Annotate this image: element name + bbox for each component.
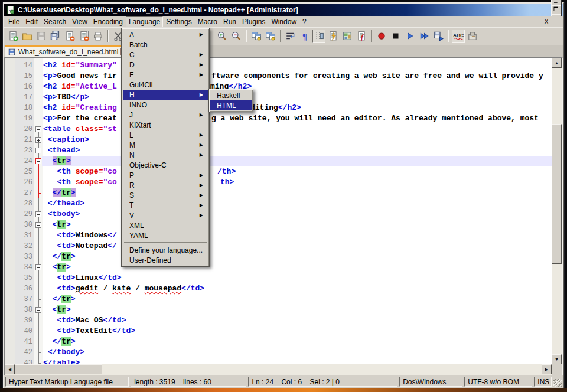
language-menu-item-kixtart[interactable]: KIXtart [123, 120, 208, 130]
close-document-button[interactable]: X [540, 16, 563, 27]
language-menu-item-inno[interactable]: INNO [123, 100, 208, 110]
language-menu-item-h[interactable]: H▶ [123, 90, 208, 100]
macro-save-icon[interactable] [432, 30, 445, 43]
language-menu-item-r[interactable]: R▶ [123, 180, 208, 190]
fold-marker[interactable] [34, 220, 43, 230]
code-line-27[interactable]: 27 </tr> [5, 188, 562, 198]
zoom-in-icon[interactable] [216, 30, 229, 43]
doc-switcher-icon[interactable] [327, 30, 340, 43]
menubar-item-settings[interactable]: Settings [163, 16, 194, 27]
minimize-button[interactable] [551, 0, 561, 5]
fold-marker[interactable] [34, 347, 43, 358]
fold-marker[interactable] [34, 326, 43, 337]
fold-marker[interactable] [34, 156, 43, 166]
code-editor[interactable]: 14<h2 id="Summary"15<p>Good news firftwa… [4, 57, 563, 375]
close-all-icon[interactable] [77, 30, 90, 43]
open-file-icon[interactable] [21, 30, 34, 43]
menubar-item-file[interactable]: File [5, 16, 22, 27]
macro-run-multiple-icon[interactable] [418, 30, 431, 43]
resize-grip[interactable] [553, 379, 562, 387]
menubar-item-run[interactable]: Run [220, 16, 239, 27]
language-menu-item-l[interactable]: L▶ [123, 130, 208, 140]
code-line-14[interactable]: 14<h2 id="Summary" [5, 60, 562, 71]
scroll-left-icon[interactable]: ◀ [5, 364, 15, 374]
status-insert-mode[interactable]: INS [534, 377, 552, 387]
language-submenu-item-html[interactable]: HTML [210, 100, 252, 110]
close-file-icon[interactable] [63, 30, 76, 43]
new-file-icon[interactable] [6, 30, 19, 43]
fold-marker[interactable] [34, 262, 43, 273]
menubar-item-encoding[interactable]: Encoding [90, 16, 126, 27]
language-menu-item-yaml[interactable]: YAML [123, 230, 208, 240]
code-line-30[interactable]: 30 <tr> [5, 220, 562, 230]
print-icon[interactable] [92, 30, 105, 43]
code-line-35[interactable]: 35 <td>Linux</td> [5, 273, 562, 283]
horizontal-scroll-thumb[interactable] [15, 364, 102, 374]
zoom-out-icon[interactable] [230, 30, 243, 43]
menubar-item-language[interactable]: Language [126, 16, 163, 27]
code-line-17[interactable]: 17<p>TBD</p> [5, 92, 562, 103]
spell-check-icon[interactable]: ABC [452, 30, 465, 43]
language-menu-item-xml[interactable]: XML [123, 220, 208, 230]
macro-play-icon[interactable] [403, 30, 416, 43]
menubar-item-edit[interactable]: Edit [22, 16, 41, 27]
language-menu-item-t[interactable]: T▶ [123, 200, 208, 210]
fold-marker[interactable] [34, 294, 43, 305]
language-menu-item-m[interactable]: M▶ [123, 140, 208, 150]
sync-vertical-icon[interactable] [250, 30, 263, 43]
code-line-36[interactable]: 36 <td>gedit / kate / mousepad</td> [5, 283, 562, 294]
tab-what-software-do-i-need[interactable]: What_software_do_I_need.html x [5, 45, 131, 57]
fold-marker[interactable] [34, 273, 43, 283]
language-menu-item-v[interactable]: V▶ [123, 210, 208, 220]
language-menu-item-define-your-language[interactable]: Define your language... [123, 245, 208, 255]
fold-marker[interactable] [34, 135, 43, 145]
show-all-characters-icon[interactable]: ¶ [298, 30, 311, 43]
code-line-25[interactable]: 25 <th scope="co/th> [5, 166, 562, 177]
fold-marker[interactable] [34, 177, 43, 188]
language-menu-item-f[interactable]: F▶ [123, 70, 208, 80]
code-line-18[interactable]: 18<h2 id="Creatingditing</h2> [5, 103, 562, 113]
language-menu-item-objective-c[interactable]: Objective-C [123, 160, 208, 170]
language-menu-item-s[interactable]: S▶ [123, 190, 208, 200]
fold-marker[interactable] [34, 315, 43, 326]
scroll-up-icon[interactable]: ▲ [552, 58, 562, 68]
indent-guide-icon[interactable] [312, 30, 325, 43]
fold-marker[interactable] [34, 188, 43, 198]
fold-marker[interactable] [34, 251, 43, 262]
function-list-icon[interactable]: f [355, 30, 368, 43]
code-line-38[interactable]: 38 <tr> [5, 305, 562, 315]
menubar-item-macro[interactable]: Macro [195, 16, 220, 27]
code-line-33[interactable]: 33 </tr> [5, 251, 562, 262]
vertical-scrollbar[interactable]: ▲ ▼ [552, 58, 562, 364]
language-menu-item-user-defined[interactable]: User-Defined [123, 255, 208, 265]
language-menu-item-n[interactable]: N▶ [123, 150, 208, 160]
language-menu-item-c[interactable]: C▶ [123, 50, 208, 60]
status-encoding[interactable]: UTF-8 w/o BOM [464, 377, 532, 387]
fold-marker[interactable] [34, 241, 43, 251]
code-line-41[interactable]: 41 </tr> [5, 337, 562, 347]
plugin-icon[interactable] [466, 30, 479, 43]
code-line-42[interactable]: 42 </tbody> [5, 347, 562, 358]
fold-marker[interactable] [34, 166, 43, 177]
code-line-16[interactable]: 16<h2 id="Active_Lming</h2> [5, 81, 562, 92]
scroll-down-icon[interactable]: ▼ [552, 354, 562, 364]
maximize-button[interactable] [551, 5, 561, 14]
fold-marker[interactable] [34, 209, 43, 220]
code-line-23[interactable]: 23 <thead> [5, 145, 562, 156]
sync-horizontal-icon[interactable] [264, 30, 277, 43]
language-menu-item-d[interactable]: D▶ [123, 60, 208, 70]
fold-marker[interactable] [34, 337, 43, 347]
fold-marker[interactable] [34, 283, 43, 294]
fold-marker[interactable] [34, 230, 43, 241]
language-menu-item-gui4cli[interactable]: Gui4Cli [123, 80, 208, 90]
save-all-icon[interactable] [49, 30, 62, 43]
code-line-37[interactable]: 37 </tr> [5, 294, 562, 305]
code-line-26[interactable]: 26 <th scope="coth> [5, 177, 562, 188]
code-line-24[interactable]: 24 <tr> [5, 156, 562, 166]
horizontal-scrollbar[interactable]: ◀ ▶ [5, 364, 552, 375]
macro-stop-icon[interactable] [389, 30, 402, 43]
language-menu-item-a[interactable]: A▶ [123, 30, 208, 40]
scroll-right-icon[interactable]: ▶ [542, 364, 552, 374]
code-line-21[interactable]: 21 <caption> [5, 135, 562, 145]
fold-marker[interactable] [34, 145, 43, 156]
